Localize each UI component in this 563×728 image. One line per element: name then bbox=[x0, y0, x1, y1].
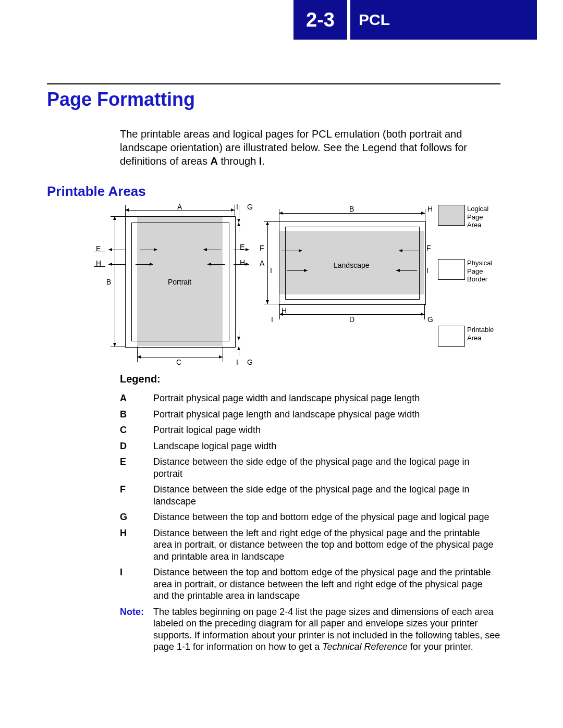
legend-val: Landscape logical page width bbox=[153, 438, 500, 454]
legend-key: D bbox=[120, 438, 153, 454]
arr-h-l bbox=[108, 264, 126, 265]
portrait-label: Portrait bbox=[168, 278, 191, 286]
intro-end: . bbox=[262, 155, 265, 167]
section-heading: Printable Areas bbox=[47, 183, 500, 200]
legend-val: Distance between the left and right edge… bbox=[153, 525, 500, 565]
legend-val: Portrait physical page width and landsca… bbox=[153, 390, 500, 406]
dim-i-top bbox=[239, 205, 239, 223]
arri bbox=[287, 270, 308, 271]
label-a2: A bbox=[260, 259, 264, 267]
legend-val: Distance between the top and bottom edge… bbox=[153, 509, 500, 525]
dim-i-top2 bbox=[239, 223, 239, 232]
label-h-bot: H bbox=[282, 306, 287, 315]
legend-swatch-printable bbox=[438, 326, 465, 347]
intro-text: The printable areas and logical pages fo… bbox=[120, 128, 467, 167]
legend-row: IDistance between the top and bottom edg… bbox=[120, 564, 500, 604]
dim-c bbox=[137, 357, 223, 357]
dim-d bbox=[279, 314, 424, 315]
intro-bold-a: A bbox=[210, 155, 217, 167]
page-number-badge: 2-3 bbox=[293, 0, 347, 40]
note-text-2: for your printer. bbox=[408, 641, 473, 652]
dim-i-bot bbox=[239, 330, 239, 340]
label-b2: B bbox=[349, 205, 354, 213]
label-i4: I bbox=[426, 266, 429, 275]
intro-paragraph: The printable areas and logical pages fo… bbox=[120, 127, 500, 168]
legend-key: C bbox=[120, 422, 153, 438]
arr-h2r bbox=[234, 264, 249, 265]
title-rule bbox=[47, 83, 500, 84]
legend-key: B bbox=[120, 406, 153, 423]
dim-b2 bbox=[279, 213, 425, 214]
legend-row: GDistance between the top and bottom edg… bbox=[120, 509, 500, 525]
label-i2: I bbox=[236, 358, 238, 366]
arr-e2r bbox=[234, 250, 249, 250]
arr-e bbox=[140, 250, 157, 250]
arr-e2 bbox=[203, 250, 221, 250]
legend-key: I bbox=[120, 564, 153, 604]
tick bbox=[424, 304, 425, 319]
legend-key: F bbox=[120, 482, 153, 509]
legend-row: HDistance between the left and right edg… bbox=[120, 525, 500, 565]
tick bbox=[425, 209, 425, 221]
legend-val: Portrait logical page width bbox=[153, 422, 500, 438]
section-label-badge: PCL bbox=[350, 0, 537, 40]
legend-key: H bbox=[120, 525, 153, 565]
arrf bbox=[282, 251, 302, 251]
label-f: F bbox=[260, 244, 264, 252]
note-italic: Technical Reference bbox=[322, 641, 407, 652]
tick bbox=[223, 347, 223, 362]
page-title: Page Formatting bbox=[47, 89, 500, 110]
arr-h bbox=[136, 264, 153, 265]
legend-swatch-logical bbox=[438, 205, 465, 226]
tick bbox=[279, 304, 280, 319]
label-h-top: H bbox=[427, 205, 433, 213]
label-g: G bbox=[247, 203, 253, 211]
legend-title: Legend: bbox=[120, 373, 500, 385]
label-g2: G bbox=[247, 358, 253, 366]
legend-val: Distance between the top and bottom edge… bbox=[153, 564, 500, 604]
legend-row: FDistance between the side edge of the p… bbox=[120, 482, 500, 509]
tick bbox=[94, 252, 105, 252]
note-row: Note: The tables beginning on page 2-4 l… bbox=[120, 604, 500, 655]
arrf2 bbox=[399, 251, 420, 251]
label-i-bot: I bbox=[271, 315, 273, 324]
dim-i-bot2 bbox=[239, 347, 239, 356]
legend-key: E bbox=[120, 454, 153, 482]
landscape-label: Landscape bbox=[334, 261, 370, 269]
legend-row: DLandscape logical page width bbox=[120, 438, 500, 454]
arri2 bbox=[396, 270, 417, 271]
label-b: B bbox=[106, 278, 111, 286]
dim-b bbox=[115, 216, 115, 347]
legend-row: APortrait physical page width and landsc… bbox=[120, 390, 500, 406]
legend-row: BPortrait physical page length and lands… bbox=[120, 406, 500, 423]
dim-a2 bbox=[267, 221, 268, 304]
tick bbox=[279, 209, 279, 221]
legend-swatch-physical bbox=[438, 259, 465, 280]
label-i3: I bbox=[270, 266, 272, 275]
legend-text-logical: Logical Page Area bbox=[467, 205, 488, 229]
content-area: Page Formatting The printable areas and … bbox=[47, 47, 500, 655]
legend-table: APortrait physical page width and landsc… bbox=[120, 390, 500, 655]
label-h2: H bbox=[240, 258, 245, 267]
legend-row: CPortrait logical page width bbox=[120, 422, 500, 438]
tick bbox=[111, 347, 125, 347]
tick bbox=[94, 266, 105, 267]
legend-key: G bbox=[120, 509, 153, 525]
page-header: 2-3 PCL bbox=[0, 0, 563, 47]
label-g-bot: G bbox=[427, 315, 433, 324]
legend-key: A bbox=[120, 390, 153, 406]
label-c: C bbox=[176, 358, 181, 366]
arr-e-l bbox=[108, 250, 126, 250]
label-a: A bbox=[177, 203, 182, 211]
tick bbox=[137, 347, 138, 362]
note-text: The tables beginning on page 2-4 list th… bbox=[153, 604, 500, 655]
note-label: Note: bbox=[120, 604, 153, 655]
legend-val: Distance between the side edge of the ph… bbox=[153, 454, 500, 482]
intro-mid: through bbox=[218, 155, 259, 167]
printable-areas-diagram: Portrait A I G B E H E H bbox=[94, 205, 490, 364]
label-f2: F bbox=[426, 244, 431, 252]
arr-h2 bbox=[207, 264, 225, 265]
legend-row: EDistance between the side edge of the p… bbox=[120, 454, 500, 482]
legend-val: Distance between the side edge of the ph… bbox=[153, 482, 500, 509]
label-i: I bbox=[236, 203, 238, 211]
